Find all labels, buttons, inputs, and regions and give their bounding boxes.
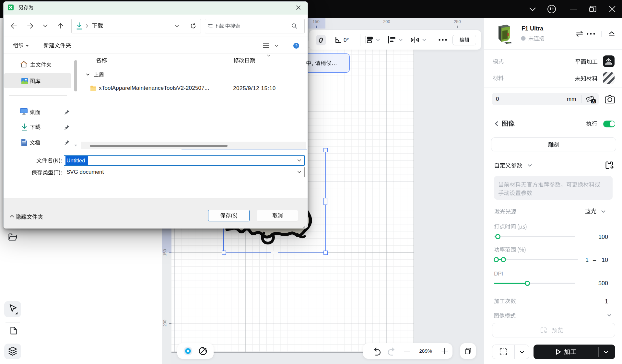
svg-text:A: A [592,100,594,103]
svg-text:?: ? [295,43,298,48]
